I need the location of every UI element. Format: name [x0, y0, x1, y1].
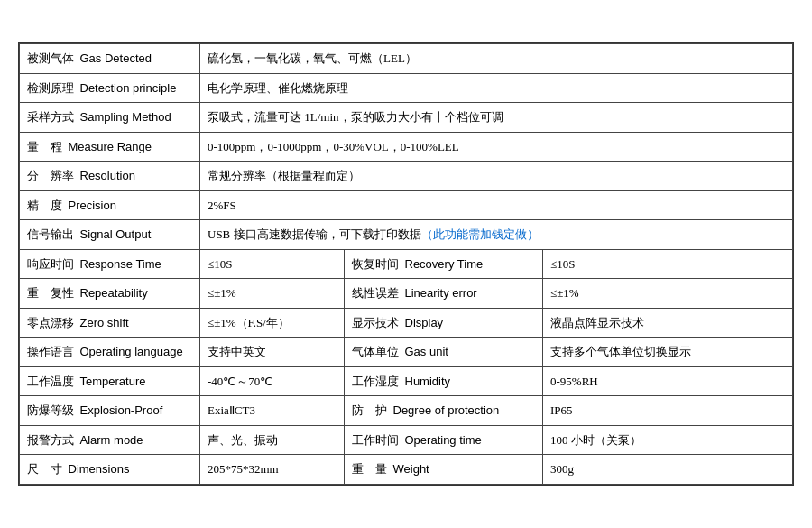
row-label-left: 工作温度 Temperature: [20, 366, 200, 396]
row-value: 泵吸式，流量可达 1L/min，泵的吸力大小有十个档位可调: [200, 103, 793, 133]
row-label-left: 防爆等级 Explosion-Proof: [20, 396, 200, 426]
row-value-left: ≤10S: [200, 249, 345, 279]
row-value: 硫化氢，一氧化碳，氧气、可燃（LEL）: [200, 44, 793, 74]
row-label-right: 工作时间 Operating time: [345, 425, 543, 455]
table-row: 报警方式 Alarm mode 声、光、振动 工作时间 Operating ti…: [20, 425, 793, 455]
row-value-right: 0-95%RH: [543, 366, 793, 396]
row-label-right: 重 量 Weight: [345, 455, 543, 485]
row-label: 检测原理 Detection principle: [20, 73, 200, 103]
table-row: 量 程 Measure Range 0-100ppm，0-1000ppm，0-3…: [20, 132, 793, 162]
row-value-left: -40℃～70℃: [200, 366, 345, 396]
row-value: 常规分辨率（根据量程而定）: [200, 162, 793, 191]
spec-table-wrapper: 被测气体 Gas Detected 硫化氢，一氧化碳，氧气、可燃（LEL） 检测…: [18, 42, 794, 486]
row-label-left: 报警方式 Alarm mode: [20, 425, 200, 455]
table-row: 被测气体 Gas Detected 硫化氢，一氧化碳，氧气、可燃（LEL）: [20, 44, 793, 74]
table-row: 响应时间 Response Time ≤10S 恢复时间 Recovery Ti…: [20, 249, 793, 279]
row-label-left: 重 复性 Repeatability: [20, 279, 200, 309]
row-label-left: 响应时间 Response Time: [20, 249, 200, 279]
row-value-right: 支持多个气体单位切换显示: [543, 338, 793, 367]
row-label-right: 线性误差 Linearity error: [345, 279, 543, 309]
row-label-right: 恢复时间 Recovery Time: [345, 249, 543, 279]
table-row: 工作温度 Temperature -40℃～70℃ 工作湿度 Humidity …: [20, 366, 793, 396]
spec-table: 被测气体 Gas Detected 硫化氢，一氧化碳，氧气、可燃（LEL） 检测…: [19, 43, 793, 485]
row-label-left: 零点漂移 Zero shift: [20, 308, 200, 338]
row-label: 采样方式 Sampling Method: [20, 103, 200, 133]
table-row: 零点漂移 Zero shift ≤±1%（F.S/年） 显示技术 Display…: [20, 308, 793, 338]
table-row: 重 复性 Repeatability ≤±1% 线性误差 Linearity e…: [20, 279, 793, 309]
row-value-right: IP65: [543, 396, 793, 426]
table-row: 操作语言 Operating language 支持中英文 气体单位 Gas u…: [20, 338, 793, 367]
row-label: 信号输出 Signal Output: [20, 220, 200, 250]
row-value: USB 接口高速数据传输，可下载打印数据（此功能需加钱定做）: [200, 220, 793, 250]
row-label: 分 辨率 Resolution: [20, 162, 200, 191]
row-value-right: 300g: [543, 455, 793, 485]
row-label-right: 工作湿度 Humidity: [345, 366, 543, 396]
table-row: 采样方式 Sampling Method 泵吸式，流量可达 1L/min，泵的吸…: [20, 103, 793, 133]
row-value-right: ≤±1%: [543, 279, 793, 309]
row-value: 0-100ppm，0-1000ppm，0-30%VOL，0-100%LEL: [200, 132, 793, 162]
row-label-right: 显示技术 Display: [345, 308, 543, 338]
row-label-left: 尺 寸 Dimensions: [20, 455, 200, 485]
row-label: 精 度 Precision: [20, 190, 200, 220]
row-value: 2%FS: [200, 190, 793, 220]
row-value-right: 100 小时（关泵）: [543, 425, 793, 455]
row-label-right: 气体单位 Gas unit: [345, 338, 543, 367]
row-value-left: 声、光、振动: [200, 425, 345, 455]
row-value-right: 液晶点阵显示技术: [543, 308, 793, 338]
table-row: 防爆等级 Explosion-Proof ExiaⅡCT3 防 护 Degree…: [20, 396, 793, 426]
row-value-left: ≤±1%: [200, 279, 345, 309]
row-label-left: 操作语言 Operating language: [20, 338, 200, 367]
row-value-left: ≤±1%（F.S/年）: [200, 308, 345, 338]
table-row: 精 度 Precision 2%FS: [20, 190, 793, 220]
row-value-left: ExiaⅡCT3: [200, 396, 345, 426]
table-row: 信号输出 Signal Output USB 接口高速数据传输，可下载打印数据（…: [20, 220, 793, 250]
row-label: 量 程 Measure Range: [20, 132, 200, 162]
row-label-right: 防 护 Degree of protection: [345, 396, 543, 426]
table-row: 检测原理 Detection principle 电化学原理、催化燃烧原理: [20, 73, 793, 103]
row-value: 电化学原理、催化燃烧原理: [200, 73, 793, 103]
table-row: 分 辨率 Resolution 常规分辨率（根据量程而定）: [20, 162, 793, 191]
row-value-left: 205*75*32mm: [200, 455, 345, 485]
row-label: 被测气体 Gas Detected: [20, 44, 200, 74]
table-row: 尺 寸 Dimensions 205*75*32mm 重 量 Weight 30…: [20, 455, 793, 485]
row-value-left: 支持中英文: [200, 338, 345, 367]
row-value-right: ≤10S: [543, 249, 793, 279]
